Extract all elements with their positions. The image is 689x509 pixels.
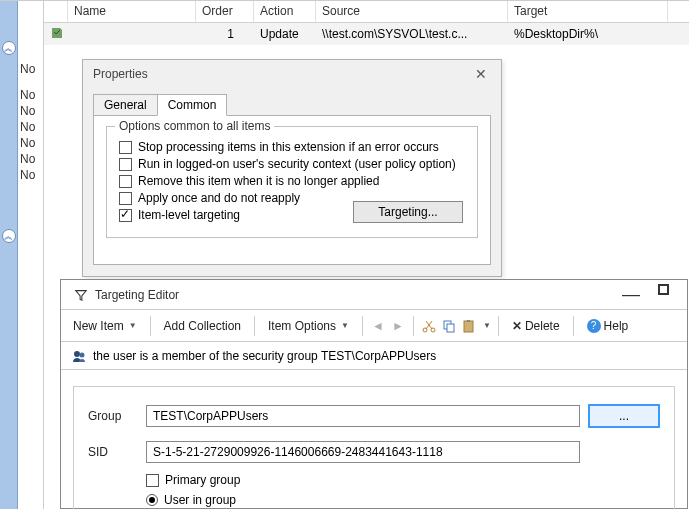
status-cell: No xyxy=(18,167,43,183)
new-item-button[interactable]: New Item ▼ xyxy=(67,316,143,336)
sid-label: SID xyxy=(88,445,146,459)
browse-button[interactable]: ... xyxy=(588,404,660,428)
minimize-icon[interactable]: — xyxy=(622,284,640,305)
checkbox-primary-group[interactable] xyxy=(146,474,159,487)
column-target[interactable]: Target xyxy=(508,1,668,22)
group-icon xyxy=(71,348,87,364)
svg-point-1 xyxy=(431,328,435,332)
label-apply-once: Apply once and do not reapply xyxy=(138,191,300,205)
toolbar: New Item ▼ Add Collection Item Options ▼… xyxy=(61,310,687,342)
collapse-toggle-upper[interactable]: ︽ xyxy=(2,41,16,55)
move-right-icon[interactable]: ► xyxy=(390,319,406,333)
left-status-column: No No No No No No No xyxy=(18,1,44,509)
add-collection-button[interactable]: Add Collection xyxy=(158,316,247,336)
svg-rect-4 xyxy=(464,321,473,332)
checkbox-remove-not-applied[interactable] xyxy=(119,175,132,188)
separator xyxy=(254,316,255,336)
copy-icon[interactable] xyxy=(441,318,457,334)
delete-button[interactable]: ✕ Delete xyxy=(506,316,566,336)
separator xyxy=(150,316,151,336)
collapse-toggle-lower[interactable]: ︽ xyxy=(2,229,16,243)
status-cell: No xyxy=(18,151,43,167)
label-user-in-group: User in group xyxy=(164,493,236,507)
group-input[interactable] xyxy=(146,405,580,427)
column-source[interactable]: Source xyxy=(316,1,508,22)
cell-target: %DesktopDir%\ xyxy=(508,25,668,43)
status-cell: No xyxy=(18,119,43,135)
column-name[interactable]: Name xyxy=(68,1,196,22)
label-run-user-context: Run in logged-on user's security context… xyxy=(138,157,456,171)
item-options-button[interactable]: Item Options ▼ xyxy=(262,316,355,336)
svg-point-0 xyxy=(423,328,427,332)
cell-name xyxy=(68,32,196,36)
file-icon xyxy=(44,23,68,46)
label-item-level-targeting: Item-level targeting xyxy=(138,208,240,222)
column-action[interactable]: Action xyxy=(254,1,316,22)
status-cell: No xyxy=(18,103,43,119)
separator xyxy=(413,316,414,336)
svg-point-6 xyxy=(74,351,80,357)
group-label: Group xyxy=(88,409,146,423)
rule-row[interactable]: the user is a member of the security gro… xyxy=(61,342,687,370)
checkbox-run-user-context[interactable] xyxy=(119,158,132,171)
help-button[interactable]: ? Help xyxy=(581,316,635,336)
checkbox-stop-processing[interactable] xyxy=(119,141,132,154)
label-stop-processing: Stop processing items in this extension … xyxy=(138,140,439,154)
fieldset-legend: Options common to all items xyxy=(115,119,274,133)
radio-user-in-group[interactable] xyxy=(146,494,158,506)
targeting-button[interactable]: Targeting... xyxy=(353,201,463,223)
dialog-title: Properties xyxy=(93,67,148,81)
filter-icon xyxy=(73,287,89,303)
targeting-editor-window: Targeting Editor — New Item ▼ Add Collec… xyxy=(60,279,688,509)
cell-order: 1 xyxy=(196,25,254,43)
tab-common[interactable]: Common xyxy=(157,94,228,116)
help-icon: ? xyxy=(587,319,601,333)
delete-x-icon: ✕ xyxy=(512,319,522,333)
label-primary-group: Primary group xyxy=(165,473,240,487)
status-cell: No xyxy=(18,135,43,151)
cell-source: \\test.com\SYSVOL\test.c... xyxy=(316,25,508,43)
label-remove-not-applied: Remove this item when it is no longer ap… xyxy=(138,174,379,188)
checkbox-item-level-targeting[interactable] xyxy=(119,209,132,222)
svg-rect-5 xyxy=(467,320,470,322)
rule-text: the user is a member of the security gro… xyxy=(93,349,436,363)
chevron-down-icon: ▼ xyxy=(483,321,491,330)
maximize-icon[interactable] xyxy=(658,284,669,295)
separator xyxy=(498,316,499,336)
tab-general[interactable]: General xyxy=(93,94,158,116)
svg-rect-3 xyxy=(447,324,454,332)
grid-header: Name Order Action Source Target xyxy=(44,1,689,23)
status-cell: No xyxy=(18,87,43,103)
left-stripe: ︽ ︽ xyxy=(0,1,18,509)
checkbox-apply-once[interactable] xyxy=(119,192,132,205)
column-icon[interactable] xyxy=(44,1,68,22)
move-left-icon[interactable]: ◄ xyxy=(370,319,386,333)
files-grid: Name Order Action Source Target 1 Update… xyxy=(44,1,689,45)
paste-icon[interactable] xyxy=(461,318,477,334)
properties-dialog: Properties ✕ General Common Options comm… xyxy=(82,59,502,277)
status-cell: No xyxy=(18,61,43,77)
table-row[interactable]: 1 Update \\test.com\SYSVOL\test.c... %De… xyxy=(44,23,689,45)
chevron-down-icon: ▼ xyxy=(341,321,349,330)
column-order[interactable]: Order xyxy=(196,1,254,22)
close-icon[interactable]: ✕ xyxy=(471,66,491,82)
chevron-down-icon: ▼ xyxy=(129,321,137,330)
separator xyxy=(362,316,363,336)
window-title: Targeting Editor xyxy=(95,288,179,302)
svg-point-7 xyxy=(80,352,85,357)
cut-icon[interactable] xyxy=(421,318,437,334)
separator xyxy=(573,316,574,336)
cell-action: Update xyxy=(254,25,316,43)
sid-input[interactable] xyxy=(146,441,580,463)
